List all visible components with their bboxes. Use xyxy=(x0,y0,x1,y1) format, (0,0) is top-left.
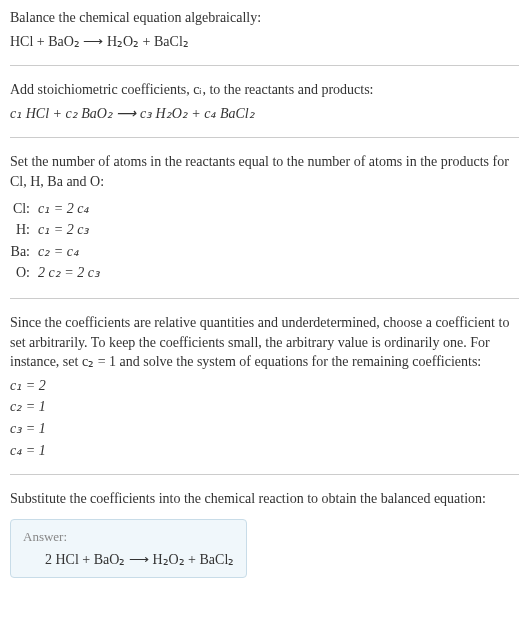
balanced-equation: 2 HCl + BaO₂ ⟶ H₂O₂ + BaCl₂ xyxy=(23,550,234,570)
answer-box: Answer: 2 HCl + BaO₂ ⟶ H₂O₂ + BaCl₂ xyxy=(10,519,247,579)
equation-with-coefficients: c₁ HCl + c₂ BaO₂ ⟶ c₃ H₂O₂ + c₄ BaCl₂ xyxy=(10,104,519,124)
table-row: Cl: c₁ = 2 c₄ xyxy=(10,198,106,220)
table-row: H: c₁ = 2 c₃ xyxy=(10,219,106,241)
heading-balance: Balance the chemical equation algebraica… xyxy=(10,8,519,28)
element-label: Ba: xyxy=(10,241,38,263)
heading-add-coefficients: Add stoichiometric coefficients, cᵢ, to … xyxy=(10,80,519,100)
section-add-coefficients: Add stoichiometric coefficients, cᵢ, to … xyxy=(10,80,519,138)
element-equation: c₁ = 2 c₃ xyxy=(38,219,106,241)
section-answer: Substitute the coefficients into the che… xyxy=(10,489,519,592)
element-equation: c₂ = c₄ xyxy=(38,241,106,263)
coefficient-value: c₂ = 1 xyxy=(10,397,519,417)
equation-unbalanced: HCl + BaO₂ ⟶ H₂O₂ + BaCl₂ xyxy=(10,32,519,52)
coefficient-value: c₁ = 2 xyxy=(10,376,519,396)
heading-solve: Since the coefficients are relative quan… xyxy=(10,313,519,372)
coefficient-list: c₁ = 2 c₂ = 1 c₃ = 1 c₄ = 1 xyxy=(10,376,519,460)
atom-equations-table: Cl: c₁ = 2 c₄ H: c₁ = 2 c₃ Ba: c₂ = c₄ O… xyxy=(10,198,106,284)
heading-substitute: Substitute the coefficients into the che… xyxy=(10,489,519,509)
section-original-equation: Balance the chemical equation algebraica… xyxy=(10,8,519,66)
coefficient-value: c₄ = 1 xyxy=(10,441,519,461)
answer-label: Answer: xyxy=(23,528,234,546)
table-row: Ba: c₂ = c₄ xyxy=(10,241,106,263)
element-equation: c₁ = 2 c₄ xyxy=(38,198,106,220)
element-label: O: xyxy=(10,262,38,284)
table-row: O: 2 c₂ = 2 c₃ xyxy=(10,262,106,284)
element-label: Cl: xyxy=(10,198,38,220)
section-solve-coefficients: Since the coefficients are relative quan… xyxy=(10,313,519,475)
coefficient-value: c₃ = 1 xyxy=(10,419,519,439)
element-equation: 2 c₂ = 2 c₃ xyxy=(38,262,106,284)
section-atom-balance: Set the number of atoms in the reactants… xyxy=(10,152,519,299)
heading-atom-balance: Set the number of atoms in the reactants… xyxy=(10,152,519,191)
element-label: H: xyxy=(10,219,38,241)
